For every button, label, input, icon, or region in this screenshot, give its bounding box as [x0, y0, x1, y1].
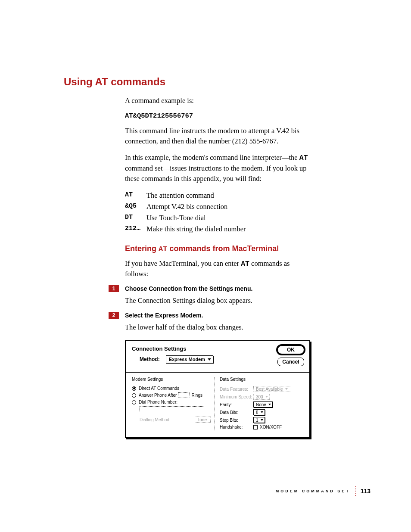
section-heading: Using AT commands	[64, 76, 364, 88]
parity-dropdown[interactable]: None	[253, 401, 273, 408]
radio-icon	[132, 393, 136, 398]
def-val: Use Touch-Tone dial	[146, 212, 246, 224]
def-key: DT	[125, 212, 146, 224]
option-dial-phone[interactable]: Dial Phone Number:	[132, 400, 211, 404]
page-footer: Modem Command Set 113	[276, 486, 371, 496]
parity-label: Parity:	[220, 402, 253, 407]
option-label-pre: Answer Phone After	[139, 393, 177, 398]
radio-icon	[132, 400, 136, 404]
chevron-down-icon	[208, 358, 211, 361]
step-1: 1 Choose Connection from the Settings me…	[64, 285, 364, 292]
def-row: &Q5 Attempt V.42 bis connection	[125, 201, 246, 212]
text: Entering	[125, 244, 159, 253]
ok-button[interactable]: OK	[277, 345, 304, 354]
option-direct-at[interactable]: Direct AT Commands	[132, 386, 211, 391]
inline-code: AT	[159, 245, 167, 253]
step-instruction: Choose Connection from the Settings menu…	[125, 285, 252, 292]
databits-dropdown[interactable]: 8	[253, 409, 265, 415]
def-val: Attempt V.42 bis connection	[146, 201, 246, 212]
command-definition-list: AT The attention command &Q5 Attempt V.4…	[125, 190, 246, 235]
def-row: DT Use Touch-Tone dial	[125, 212, 246, 224]
text: command set—issues instructions to the m…	[125, 164, 307, 183]
def-val: Make this string the dialed number	[146, 224, 246, 235]
footer-section-name: Modem Command Set	[276, 489, 350, 493]
method-label: Method:	[140, 356, 160, 362]
def-key: 212…	[125, 224, 146, 235]
databits-value: 8	[256, 410, 258, 415]
phone-number-input[interactable]	[140, 406, 204, 412]
step-2: 2 Select the Express Modem.	[64, 312, 364, 319]
data-settings-label: Data Settings	[220, 377, 304, 382]
min-speed-dropdown[interactable]: 300	[253, 394, 270, 400]
text: If you have MacTerminal, you can enter	[125, 259, 241, 268]
stopbits-dropdown[interactable]: 1	[253, 417, 265, 423]
dialling-value: Tone	[197, 417, 207, 422]
dialling-method-label: Dialling Method:	[140, 417, 171, 422]
chevron-down-icon	[265, 396, 268, 398]
modem-settings-label: Modem Settings	[132, 377, 211, 382]
command-example: AT&Q5DT2125556767	[125, 112, 364, 120]
step-number-badge: 1	[109, 285, 119, 292]
rings-input[interactable]	[178, 392, 190, 398]
def-key: &Q5	[125, 201, 146, 212]
explain-paragraph: This command line instructs the modem to…	[125, 126, 314, 146]
handshake-value: XON/XOFF	[260, 425, 282, 429]
min-speed-label: Minimum Speed:	[220, 395, 253, 399]
chevron-down-icon	[268, 404, 271, 405]
handshake-label: Handshake:	[220, 425, 253, 429]
min-speed-value: 300	[256, 395, 263, 399]
option-label: Dial Phone Number:	[139, 400, 177, 404]
stopbits-value: 1	[256, 418, 258, 423]
chevron-down-icon	[285, 388, 288, 390]
method-value: Express Modem	[169, 357, 205, 362]
handshake-checkbox[interactable]	[253, 425, 258, 429]
option-label: Direct AT Commands	[139, 386, 179, 391]
def-row: AT The attention command	[125, 190, 246, 201]
option-answer-phone[interactable]: Answer Phone After Rings	[132, 392, 211, 398]
inline-code: AT	[299, 154, 308, 162]
chevron-down-icon	[261, 411, 263, 413]
step-result: The Connection Settings dialog box appea…	[125, 296, 314, 306]
text: commands from MacTerminal	[167, 244, 279, 253]
def-key: AT	[125, 190, 146, 201]
chevron-down-icon	[261, 419, 263, 421]
parity-value: None	[256, 402, 266, 407]
step-instruction: Select the Express Modem.	[125, 312, 203, 319]
intro-paragraph: A command example is:	[125, 96, 314, 106]
stopbits-label: Stop Bits:	[220, 418, 253, 423]
method-dropdown[interactable]: Express Modem	[166, 355, 213, 363]
data-features-label: Data Features:	[220, 387, 253, 392]
subsection-heading: Entering AT commands from MacTerminal	[125, 244, 364, 253]
dialling-method-dropdown[interactable]: Tone	[195, 417, 211, 423]
sub-paragraph: If you have MacTerminal, you can enter A…	[125, 258, 314, 280]
cancel-button[interactable]: Cancel	[277, 358, 304, 366]
step-number-badge: 2	[109, 312, 119, 319]
def-row: 212… Make this string the dialed number	[125, 224, 246, 235]
databits-label: Data Bits:	[220, 410, 253, 415]
option-label-post: Rings	[191, 393, 202, 398]
step-result: The lower half of the dialog box changes…	[125, 322, 314, 333]
footer-dots-icon	[355, 486, 356, 496]
radio-icon	[132, 386, 136, 391]
dialog-title: Connection Settings	[132, 345, 277, 352]
connection-settings-dialog: Connection Settings Method: Express Mode…	[125, 340, 310, 438]
data-features-dropdown[interactable]: Best Available	[253, 386, 291, 392]
text: In this example, the modem's command lin…	[125, 153, 299, 162]
def-val: The attention command	[146, 190, 246, 201]
data-features-value: Best Available	[256, 387, 283, 392]
page-number: 113	[361, 488, 371, 495]
interpreter-paragraph: In this example, the modem's command lin…	[125, 152, 314, 184]
inline-code: AT	[241, 260, 249, 268]
